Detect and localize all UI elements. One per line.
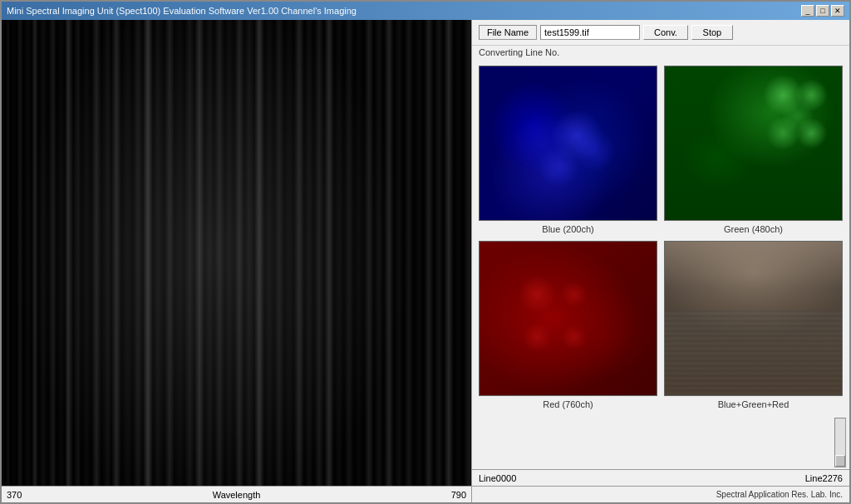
thumbnail-blue-label: Blue (200ch) — [542, 224, 593, 234]
restore-button[interactable]: □ — [816, 5, 829, 17]
thumbnail-green: Green (480ch) — [664, 66, 843, 234]
spectral-brighter — [2, 20, 471, 486]
thumbnail-green-image — [664, 66, 843, 221]
spectral-canvas — [2, 20, 471, 486]
wavelength-label: Wavelength — [213, 490, 261, 500]
file-name-label: File Name — [479, 25, 537, 40]
close-button[interactable]: ✕ — [831, 5, 844, 17]
window-title: Mini Spectral Imaging Unit (Spect100) Ev… — [7, 6, 357, 16]
footer-credit: Spectral Application Res. Lab. Inc. — [716, 490, 843, 499]
wavelength-left: 370 — [7, 490, 22, 500]
converting-status: Converting Line No. — [479, 47, 559, 57]
thumbnail-blue: Blue (200ch) — [479, 66, 657, 234]
footer: Spectral Application Res. Lab. Inc. — [472, 486, 849, 502]
thumbnail-bgr-label: Blue+Green+Red — [718, 399, 790, 409]
toolbar: File Name Conv. Stop — [472, 20, 849, 46]
conv-button[interactable]: Conv. — [643, 25, 688, 40]
content-area: 370 Wavelength 790 File Name Conv. Stop … — [2, 20, 849, 502]
thumbnail-blue-image — [479, 66, 657, 221]
line-end: Line2276 — [805, 473, 843, 483]
main-window: Mini Spectral Imaging Unit (Spect100) Ev… — [0, 0, 851, 504]
thumbnail-green-label: Green (480ch) — [724, 224, 783, 234]
spectral-image — [2, 20, 471, 486]
wavelength-bar: 370 Wavelength 790 — [2, 486, 471, 502]
stop-button[interactable]: Stop — [691, 25, 733, 40]
scrollbar-area — [472, 416, 849, 469]
file-name-input[interactable] — [540, 25, 640, 40]
line-start: Line0000 — [479, 473, 516, 483]
thumbnail-bgr-image — [664, 241, 843, 396]
scrollbar-thumb[interactable] — [835, 455, 845, 467]
left-panel: 370 Wavelength 790 — [2, 20, 471, 502]
right-panel: File Name Conv. Stop Converting Line No.… — [471, 20, 849, 502]
title-bar-left: Mini Spectral Imaging Unit (Spect100) Ev… — [7, 6, 357, 16]
thumbnail-red: Red (760ch) — [479, 241, 657, 409]
bottom-info: Line0000 Line2276 — [472, 469, 849, 486]
title-bar: Mini Spectral Imaging Unit (Spect100) Ev… — [2, 2, 849, 20]
thumbnail-red-image — [479, 241, 657, 396]
wavelength-right: 790 — [451, 490, 466, 500]
scrollbar-track[interactable] — [834, 418, 846, 467]
thumbnail-red-label: Red (760ch) — [543, 399, 593, 409]
thumbnails-area: Blue (200ch) Green (480ch) Red (760ch) B… — [472, 59, 849, 416]
thumbnail-bgr: Blue+Green+Red — [664, 241, 843, 409]
title-bar-controls: _ □ ✕ — [801, 5, 844, 17]
status-bar: Converting Line No. — [472, 46, 849, 59]
minimize-button[interactable]: _ — [801, 5, 814, 17]
